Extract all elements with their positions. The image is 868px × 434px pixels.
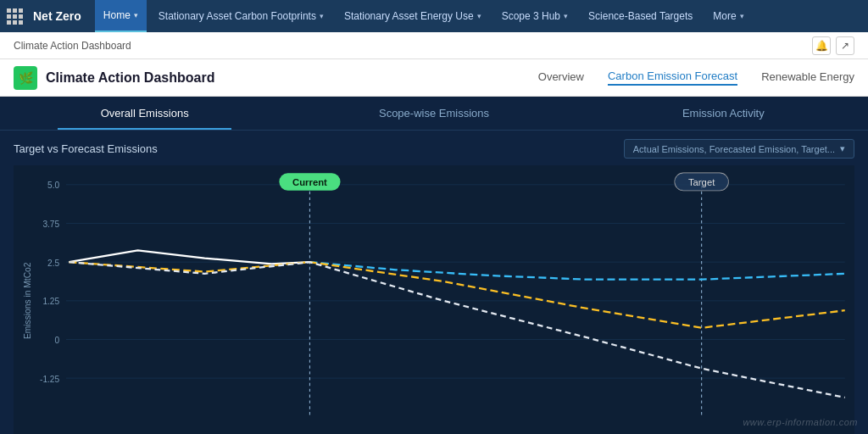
nav-label-scope3: Scope 3 Hub bbox=[502, 10, 560, 22]
chart-tab-overall[interactable]: Overall Emissions bbox=[0, 97, 289, 130]
nav-item-home[interactable]: Home ▾ bbox=[95, 0, 147, 32]
nav-label-science: Science-Based Targets bbox=[588, 10, 693, 22]
chevron-down-icon: ▾ bbox=[740, 12, 744, 20]
tab-renewable-energy[interactable]: Renewable Energy bbox=[761, 70, 854, 85]
brand-label: Net Zero bbox=[33, 9, 81, 23]
svg-text:Current: Current bbox=[292, 177, 327, 187]
tab-overview[interactable]: Overview bbox=[538, 70, 584, 85]
chart-title: Target vs Forecast Emissions bbox=[14, 142, 158, 155]
chevron-down-icon: ▾ bbox=[320, 12, 324, 20]
page-title-area: 🌿 Climate Action Dashboard bbox=[14, 66, 214, 90]
chart-tab-bar: Overall Emissions Scope-wise Emissions E… bbox=[0, 97, 868, 131]
app-grid-icon[interactable] bbox=[7, 8, 23, 25]
chart-filter-button[interactable]: Actual Emissions, Forecasted Emission, T… bbox=[624, 139, 854, 159]
nav-label-carbon: Stationary Asset Carbon Footprints bbox=[159, 10, 316, 22]
nav-item-more[interactable]: More ▾ bbox=[704, 0, 752, 32]
nav-label-home: Home bbox=[103, 9, 131, 21]
chart-tab-emission-activity[interactable]: Emission Activity bbox=[579, 97, 868, 130]
chevron-down-icon: ▾ bbox=[564, 12, 568, 20]
svg-text:5.0: 5.0 bbox=[47, 181, 59, 190]
svg-text:1.25: 1.25 bbox=[42, 297, 59, 306]
chevron-down-icon: ▾ bbox=[134, 11, 138, 19]
page-title: Climate Action Dashboard bbox=[46, 70, 214, 86]
page-header: 🌿 Climate Action Dashboard Overview Carb… bbox=[0, 59, 868, 97]
chevron-down-icon: ▾ bbox=[840, 143, 845, 154]
sub-header-bar: Climate Action Dashboard 🔔 ↗ bbox=[0, 32, 868, 59]
chevron-down-icon: ▾ bbox=[477, 12, 481, 20]
nav-item-carbon-footprints[interactable]: Stationary Asset Carbon Footprints ▾ bbox=[150, 0, 332, 32]
svg-rect-0 bbox=[14, 165, 854, 434]
page-nav-tabs: Overview Carbon Emission Forecast Renewa… bbox=[538, 70, 854, 86]
chart-tab-scope[interactable]: Scope-wise Emissions bbox=[289, 97, 578, 130]
nav-item-energy-use[interactable]: Stationary Asset Energy Use ▾ bbox=[336, 0, 490, 32]
nav-label-more: More bbox=[713, 10, 736, 22]
filter-label: Actual Emissions, Forecasted Emission, T… bbox=[633, 144, 835, 154]
chart-content: Target vs Forecast Emissions Actual Emis… bbox=[0, 131, 868, 434]
sub-header-title: Climate Action Dashboard bbox=[14, 40, 131, 52]
svg-text:3.75: 3.75 bbox=[42, 220, 59, 229]
nav-item-scope3[interactable]: Scope 3 Hub ▾ bbox=[493, 0, 576, 32]
svg-text:Emissions in MtCo2: Emissions in MtCo2 bbox=[23, 262, 32, 339]
sub-header-actions: 🔔 ↗ bbox=[812, 36, 854, 55]
tab-carbon-emission-forecast[interactable]: Carbon Emission Forecast bbox=[608, 70, 737, 86]
svg-text:Target: Target bbox=[688, 177, 715, 187]
svg-text:2.5: 2.5 bbox=[47, 259, 59, 268]
top-navigation: Net Zero Home ▾ Stationary Asset Carbon … bbox=[0, 0, 868, 32]
share-icon[interactable]: ↗ bbox=[836, 36, 854, 55]
svg-text:0: 0 bbox=[54, 336, 59, 345]
chart-canvas: Emissions in MtCo2 5.0 3.75 2.5 1.25 0 -… bbox=[14, 165, 854, 434]
dashboard-icon: 🌿 bbox=[14, 66, 37, 90]
watermark: www.erp-information.com bbox=[743, 417, 858, 427]
nav-item-science[interactable]: Science-Based Targets bbox=[580, 0, 701, 32]
chart-section: Overall Emissions Scope-wise Emissions E… bbox=[0, 97, 868, 434]
bell-icon[interactable]: 🔔 bbox=[812, 36, 831, 55]
nav-label-energy: Stationary Asset Energy Use bbox=[344, 10, 474, 22]
chart-title-row: Target vs Forecast Emissions Actual Emis… bbox=[14, 139, 854, 159]
svg-text:-1.25: -1.25 bbox=[40, 375, 59, 384]
emissions-chart-svg: Emissions in MtCo2 5.0 3.75 2.5 1.25 0 -… bbox=[14, 165, 854, 434]
